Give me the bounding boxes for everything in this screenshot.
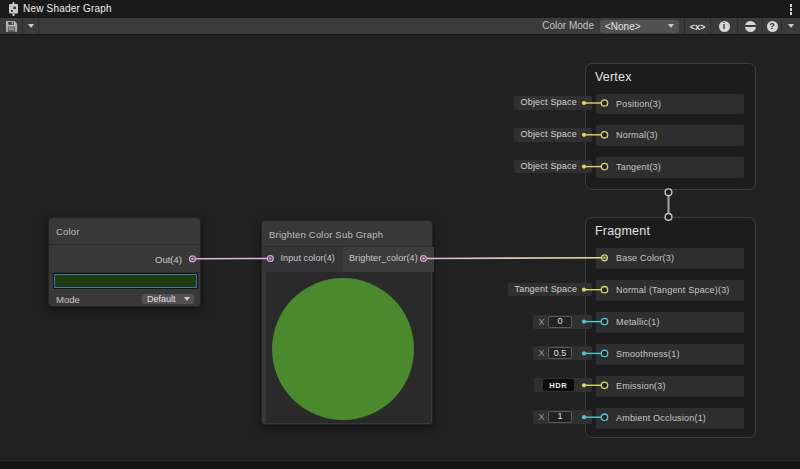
save-asset-button[interactable] — [0, 18, 22, 34]
vertex-slot-tangent[interactable]: Tangent(3) — [596, 157, 744, 178]
subgraph-output-label: Brighter_color(4) — [349, 253, 418, 263]
fragment-title: Fragment — [595, 224, 650, 238]
main-preview-button[interactable] — [738, 18, 762, 34]
subgraph-preview-sphere — [272, 278, 414, 420]
normal-binding-label: Object Space — [514, 128, 592, 142]
graph-canvas[interactable]: Vertex Position(3) Normal(3) Tangent(3) … — [0, 35, 800, 462]
color-mode-label: Color Mode — [542, 18, 594, 34]
toolbar-separator — [38, 18, 39, 34]
kebab-menu-icon[interactable] — [789, 4, 793, 15]
toolbar-overflow-dropdown-button[interactable] — [782, 18, 800, 34]
help-icon: ? — [767, 21, 778, 32]
smoothness-value-widget: X 0.5 — [533, 346, 592, 360]
color-mode-dropdown[interactable]: <None> — [600, 20, 679, 33]
preview-sphere-icon — [745, 21, 756, 32]
help-button[interactable]: ? — [763, 18, 781, 34]
ambient-occlusion-value-field[interactable]: 1 — [548, 411, 572, 423]
fragment-slot-smoothness[interactable]: Smoothness(1) — [596, 344, 744, 365]
hdr-color-field[interactable]: HDR — [543, 379, 575, 391]
shader-graph-asset-icon — [8, 2, 19, 16]
chevron-down-icon — [668, 24, 674, 28]
subgraph-preview[interactable] — [266, 272, 431, 423]
color-mode-field-label: Mode — [56, 294, 80, 305]
fragment-slot-ambient-occlusion[interactable]: Ambient Occlusion(1) — [596, 408, 744, 429]
smoothness-value-field[interactable]: 0.5 — [548, 347, 572, 359]
show-generated-code-button[interactable]: <x> — [685, 18, 710, 34]
divider — [49, 272, 200, 273]
color-node-title: Color — [56, 226, 80, 237]
emission-value-widget: HDR — [534, 378, 592, 392]
vertex-title: Vertex — [595, 70, 632, 84]
color-node[interactable]: Color Out(4) Mode Default — [48, 217, 201, 307]
fragment-slot-normal[interactable]: Normal (Tangent Space)(3) — [596, 280, 744, 301]
vertex-slot-normal[interactable]: Normal(3) — [596, 125, 744, 146]
graph-toolbar: Color Mode <None> <x> i ? — [0, 18, 800, 35]
edge-subgraph-to-basecolor[interactable] — [427, 258, 601, 259]
vertex-out-connector-port[interactable] — [665, 189, 672, 196]
color-mode-value: <None> — [605, 20, 641, 33]
normal-space-binding-label: Tangent Space — [508, 283, 592, 297]
metallic-value-field[interactable]: 0 — [548, 316, 572, 328]
metallic-value-widget: X 0 — [533, 315, 592, 329]
vertex-context-block[interactable]: Vertex Position(3) Normal(3) Tangent(3) — [585, 63, 756, 190]
window-bottom-strip — [0, 462, 800, 469]
save-options-dropdown-button[interactable] — [23, 18, 38, 34]
fragment-slot-base-color[interactable]: Base Color(3) — [596, 248, 744, 269]
subgraph-node-title: Brighten Color Sub Graph — [269, 229, 383, 240]
window-title: New Shader Graph — [23, 0, 112, 18]
subgraph-input-label: Input color(4) — [281, 253, 335, 263]
color-out-label: Out(4) — [155, 254, 182, 265]
fragment-context-block[interactable]: Fragment Base Color(3) Normal (Tangent S… — [585, 217, 756, 438]
shader-graph-window: New Shader Graph Color Mode <None> — [0, 0, 800, 469]
code-icon: <x> — [690, 22, 706, 32]
fragment-slot-emission[interactable]: Emission(3) — [596, 376, 744, 397]
window-titlebar: New Shader Graph — [0, 0, 800, 18]
info-icon: i — [719, 21, 730, 32]
position-binding-label: Object Space — [514, 96, 592, 110]
color-mode-select[interactable]: Default — [142, 294, 194, 305]
tangent-binding-label: Object Space — [514, 160, 592, 174]
chevron-down-icon — [184, 297, 190, 301]
vertex-slot-position[interactable]: Position(3) — [596, 94, 744, 115]
color-swatch[interactable] — [54, 274, 197, 288]
ambient-occlusion-value-widget: X 1 — [533, 410, 592, 424]
divider — [49, 244, 200, 245]
fragment-slot-metallic[interactable]: Metallic(1) — [596, 312, 744, 333]
subgraph-node[interactable]: Brighten Color Sub Graph Input color(4) … — [261, 220, 433, 425]
inspector-button[interactable]: i — [711, 18, 737, 34]
